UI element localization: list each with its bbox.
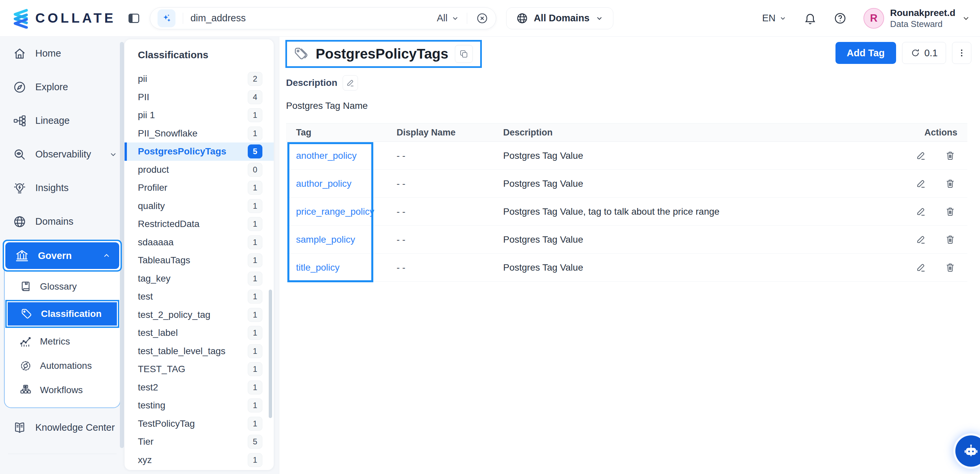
- classification-list-item[interactable]: sdaaaaa1: [124, 233, 274, 252]
- classifications-scrollbar[interactable]: [269, 289, 272, 418]
- sidebar-item-home[interactable]: Home: [0, 37, 124, 70]
- edit-tag-button[interactable]: [913, 177, 928, 191]
- language-dropdown[interactable]: EN: [762, 13, 787, 24]
- main-content: PostgresPolicyTags Add Tag 0.1 Descripti…: [279, 37, 980, 474]
- sidebar-item-settings[interactable]: Settings: [0, 463, 124, 474]
- classification-list-item[interactable]: test_2_policy_tag1: [124, 306, 274, 324]
- copy-icon: [459, 49, 469, 59]
- tag-link[interactable]: title_policy: [296, 262, 340, 273]
- classification-list-item[interactable]: test_label1: [124, 324, 274, 342]
- user-profile-menu[interactable]: R Rounakpreet.d Data Steward: [864, 7, 970, 30]
- classification-list-item[interactable]: testing1: [124, 396, 274, 415]
- delete-tag-button[interactable]: [943, 177, 957, 191]
- sidebar-item-workflows[interactable]: Workflows: [5, 378, 120, 402]
- version-button[interactable]: 0.1: [902, 42, 946, 64]
- delete-tag-button[interactable]: [943, 204, 957, 219]
- tag-display-name: - -: [396, 151, 405, 161]
- ai-search-button[interactable]: [158, 9, 175, 27]
- edit-tag-button[interactable]: [913, 260, 928, 275]
- trash-icon: [945, 206, 955, 217]
- sidebar-item-glossary[interactable]: Glossary: [5, 274, 120, 299]
- tag-link[interactable]: another_policy: [296, 151, 356, 161]
- add-tag-button[interactable]: Add Tag: [835, 42, 896, 64]
- edit-pencil-icon: [916, 151, 926, 161]
- chat-assistant-button[interactable]: [955, 435, 980, 467]
- sidebar-item-metrics[interactable]: Metrics: [5, 329, 120, 353]
- more-options-button[interactable]: [952, 42, 971, 64]
- classification-list-item[interactable]: Tier5: [124, 433, 274, 451]
- classification-name: TableauTags: [138, 255, 190, 266]
- classification-list-item[interactable]: PII_Snowflake1: [124, 124, 274, 143]
- edit-pencil-icon: [346, 78, 355, 87]
- tag-link[interactable]: author_policy: [296, 178, 352, 189]
- edit-description-button[interactable]: [343, 75, 358, 91]
- search-scope-dropdown[interactable]: All: [437, 13, 460, 24]
- classification-list-item[interactable]: TestPolicyTag1: [124, 415, 274, 433]
- delete-tag-button[interactable]: [943, 260, 957, 275]
- edit-tag-button[interactable]: [913, 204, 928, 219]
- globe-icon: [516, 12, 528, 25]
- classification-list-item[interactable]: test_table_level_tags1: [124, 342, 274, 361]
- edit-pencil-icon: [916, 206, 926, 217]
- classification-list-item[interactable]: xyz1: [124, 451, 274, 469]
- sidebar-item-govern[interactable]: Govern: [5, 242, 119, 269]
- globe-icon: [13, 215, 27, 229]
- classification-list-item-selected[interactable]: PostgresPolicyTags5: [124, 142, 274, 161]
- classification-list-item[interactable]: pii 11: [124, 106, 274, 124]
- copy-name-button[interactable]: [455, 45, 473, 63]
- classification-list-item[interactable]: TEST_TAG1: [124, 360, 274, 379]
- classification-list-item[interactable]: RestrictedData1: [124, 215, 274, 233]
- collate-logo-icon: [10, 8, 30, 29]
- column-header-description: Description: [493, 127, 897, 138]
- clear-search-button[interactable]: [476, 12, 488, 25]
- classification-count-badge: 1: [248, 289, 262, 304]
- classification-list-item[interactable]: tag_key1: [124, 270, 274, 288]
- search-scope-label: All: [437, 13, 447, 24]
- panel-left-icon: [127, 12, 140, 25]
- help-button[interactable]: [834, 12, 847, 25]
- page-title: PostgresPolicyTags: [316, 46, 448, 62]
- compass-icon: [13, 80, 27, 94]
- search-input[interactable]: [191, 13, 437, 24]
- classification-count-badge: 1: [248, 253, 262, 267]
- all-domains-dropdown[interactable]: All Domains: [506, 7, 613, 29]
- notifications-button[interactable]: [803, 12, 817, 25]
- tag-link[interactable]: sample_policy: [296, 234, 355, 245]
- sidebar-item-knowledge-center[interactable]: Knowledge Center: [0, 411, 124, 444]
- classification-name: pii: [138, 73, 147, 84]
- classification-count-badge: 1: [248, 235, 262, 249]
- classification-count-badge: 1: [248, 453, 262, 467]
- collate-logo[interactable]: COLLATE: [10, 8, 116, 29]
- classification-list-item[interactable]: pii2: [124, 70, 274, 88]
- edit-pencil-icon: [916, 178, 926, 189]
- edit-tag-button[interactable]: [913, 148, 928, 163]
- tags-table-header: Tag Display Name Description Actions: [286, 123, 967, 142]
- sidebar-item-lineage[interactable]: Lineage: [0, 104, 124, 137]
- bell-icon: [803, 12, 817, 25]
- delete-tag-button[interactable]: [943, 148, 957, 163]
- global-search-bar[interactable]: All: [150, 7, 496, 29]
- sidebar-item-classification[interactable]: Classification: [8, 302, 117, 326]
- classification-count-badge: 1: [248, 126, 262, 140]
- language-label: EN: [762, 13, 776, 24]
- classification-list-item[interactable]: quality1: [124, 197, 274, 215]
- tag-link[interactable]: price_range_policy: [296, 206, 374, 217]
- tag-display-name: - -: [396, 206, 405, 217]
- left-sidebar: Home Explore Lineage Observability Insig…: [0, 37, 124, 474]
- classification-list-item[interactable]: test1: [124, 288, 274, 306]
- sidebar-item-observability[interactable]: Observability: [0, 137, 124, 171]
- lineage-icon: [13, 114, 27, 128]
- sidebar-item-explore[interactable]: Explore: [0, 70, 124, 104]
- classification-list-item[interactable]: TableauTags1: [124, 251, 274, 270]
- sidebar-item-insights[interactable]: Insights: [0, 171, 124, 205]
- delete-tag-button[interactable]: [943, 232, 957, 247]
- classification-list-item[interactable]: Profiler1: [124, 179, 274, 197]
- sidebar-item-automations[interactable]: Automations: [5, 353, 120, 378]
- question-icon: [834, 12, 847, 25]
- sidebar-item-domains[interactable]: Domains: [0, 205, 124, 238]
- classification-list-item[interactable]: PII4: [124, 88, 274, 107]
- classification-list-item[interactable]: product0: [124, 161, 274, 179]
- edit-tag-button[interactable]: [913, 232, 928, 247]
- classification-list-item[interactable]: test21: [124, 379, 274, 397]
- sidebar-toggle-button[interactable]: [127, 12, 140, 25]
